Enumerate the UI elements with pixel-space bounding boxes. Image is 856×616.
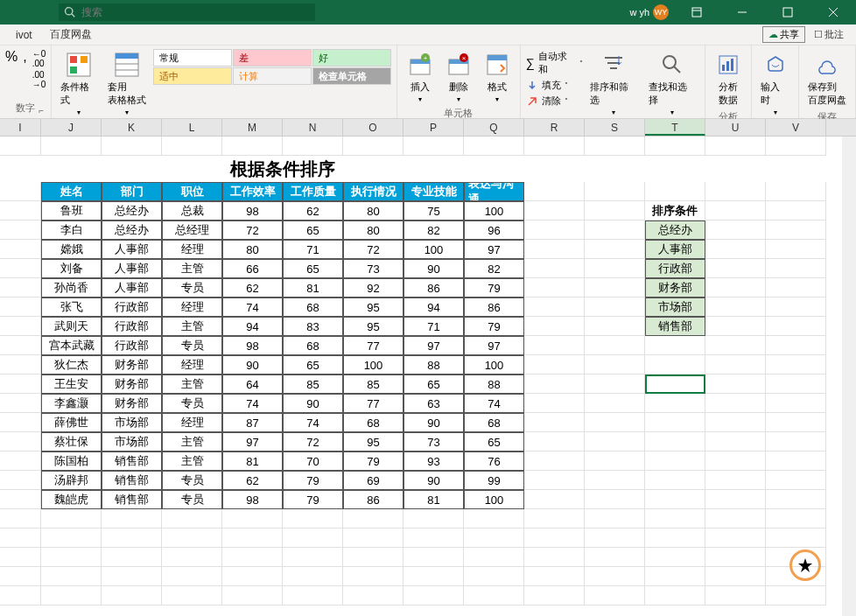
cell[interactable] — [705, 471, 766, 490]
cell[interactable] — [0, 471, 41, 490]
cell[interactable] — [0, 259, 41, 278]
table-cell[interactable]: 人事部 — [102, 259, 162, 278]
table-cell[interactable]: 79 — [464, 317, 524, 336]
cell[interactable] — [585, 317, 645, 336]
spreadsheet-grid[interactable]: IJKLMNOPQRSTUV 根据条件排序姓名部门职位工作效率工作质量执行情况专… — [0, 119, 856, 616]
table-cell[interactable]: 专员 — [162, 336, 222, 355]
cell[interactable] — [524, 220, 585, 240]
cell[interactable] — [766, 394, 826, 413]
cell[interactable] — [41, 586, 102, 606]
table-cell[interactable]: 李白 — [41, 220, 102, 240]
cell[interactable] — [102, 586, 162, 606]
table-cell[interactable]: 77 — [343, 394, 403, 413]
table-cell[interactable]: 74 — [222, 298, 283, 317]
table-cell[interactable]: 62 — [222, 278, 283, 298]
cell[interactable] — [645, 432, 705, 452]
cell[interactable] — [766, 471, 826, 490]
table-cell[interactable]: 99 — [464, 471, 524, 490]
cell[interactable] — [766, 413, 826, 432]
cell[interactable] — [0, 201, 41, 220]
vertical-scrollbar[interactable] — [842, 136, 856, 616]
table-cell[interactable]: 90 — [403, 259, 464, 278]
cell[interactable] — [343, 509, 403, 528]
comma-button[interactable]: , — [23, 49, 26, 65]
table-cell[interactable]: 80 — [222, 240, 283, 259]
table-cell[interactable]: 销售部 — [102, 471, 162, 490]
table-header[interactable]: 专业技能 — [403, 182, 464, 201]
table-cell[interactable]: 宫本武藏 — [41, 336, 102, 355]
table-cell[interactable]: 87 — [222, 413, 283, 432]
cell[interactable] — [0, 136, 41, 156]
cell[interactable] — [585, 490, 645, 509]
cell[interactable] — [524, 567, 585, 586]
column-header-I[interactable]: I — [0, 119, 41, 136]
table-cell[interactable]: 72 — [222, 220, 283, 240]
ribbon-display-options[interactable] — [679, 0, 714, 24]
cell[interactable] — [585, 336, 645, 355]
cell[interactable] — [705, 432, 766, 452]
user-account[interactable]: w yh WY — [629, 4, 669, 20]
table-cell[interactable]: 蔡壮保 — [41, 432, 102, 452]
table-cell[interactable]: 72 — [343, 240, 403, 259]
table-cell[interactable]: 97 — [464, 240, 524, 259]
style-bad[interactable]: 差 — [233, 49, 312, 66]
cell[interactable] — [645, 136, 705, 156]
table-header[interactable]: 执行情况 — [343, 182, 403, 201]
decrease-decimal[interactable]: .00→0 — [32, 70, 46, 89]
save-baidu-button[interactable]: 保存到 百度网盘 — [804, 49, 850, 108]
cell[interactable] — [464, 136, 524, 156]
cell[interactable] — [705, 201, 766, 220]
table-cell[interactable]: 72 — [283, 432, 343, 452]
column-header-J[interactable]: J — [41, 119, 102, 136]
cell[interactable] — [585, 298, 645, 317]
cell[interactable] — [585, 201, 645, 220]
table-cell[interactable]: 主管 — [162, 452, 222, 471]
cell[interactable] — [705, 452, 766, 471]
cell[interactable] — [524, 355, 585, 374]
cell[interactable] — [766, 490, 826, 509]
table-cell[interactable]: 财务部 — [102, 374, 162, 394]
cell[interactable] — [705, 298, 766, 317]
cell[interactable] — [766, 240, 826, 259]
cell[interactable] — [403, 586, 464, 606]
table-cell[interactable]: 82 — [403, 220, 464, 240]
cell[interactable] — [0, 528, 41, 548]
table-cell[interactable]: 陈国柏 — [41, 452, 102, 471]
table-cell[interactable]: 薛佛世 — [41, 413, 102, 432]
table-cell[interactable]: 74 — [222, 394, 283, 413]
cell[interactable] — [585, 182, 645, 201]
cell[interactable] — [705, 509, 766, 528]
column-header-S[interactable]: S — [585, 119, 645, 136]
cell[interactable] — [0, 156, 41, 182]
cell[interactable] — [343, 567, 403, 586]
cell[interactable] — [705, 182, 766, 201]
table-header[interactable]: 部门 — [102, 182, 162, 201]
table-cell[interactable]: 98 — [222, 201, 283, 220]
cell[interactable] — [0, 240, 41, 259]
table-header[interactable]: 工作效率 — [222, 182, 283, 201]
cell[interactable] — [162, 567, 222, 586]
table-cell[interactable]: 94 — [222, 317, 283, 336]
table-cell[interactable]: 86 — [464, 298, 524, 317]
table-cell[interactable]: 95 — [343, 432, 403, 452]
cell[interactable] — [645, 548, 705, 567]
table-cell[interactable]: 专员 — [162, 490, 222, 509]
table-cell[interactable]: 80 — [343, 220, 403, 240]
cell[interactable] — [645, 182, 705, 201]
table-cell[interactable]: 65 — [283, 259, 343, 278]
cell[interactable] — [0, 394, 41, 413]
insert-button[interactable]: + 插入▾ — [403, 49, 438, 105]
table-cell[interactable]: 专员 — [162, 278, 222, 298]
cell[interactable] — [524, 432, 585, 452]
cell[interactable] — [645, 586, 705, 606]
table-cell[interactable]: 人事部 — [102, 240, 162, 259]
table-cell[interactable]: 88 — [403, 355, 464, 374]
table-cell[interactable]: 77 — [343, 336, 403, 355]
table-cell[interactable]: 81 — [222, 452, 283, 471]
table-cell[interactable]: 经理 — [162, 355, 222, 374]
cell[interactable] — [585, 432, 645, 452]
table-cell[interactable]: 市场部 — [102, 413, 162, 432]
table-cell[interactable]: 97 — [464, 336, 524, 355]
cell[interactable] — [766, 220, 826, 240]
cell[interactable] — [766, 317, 826, 336]
